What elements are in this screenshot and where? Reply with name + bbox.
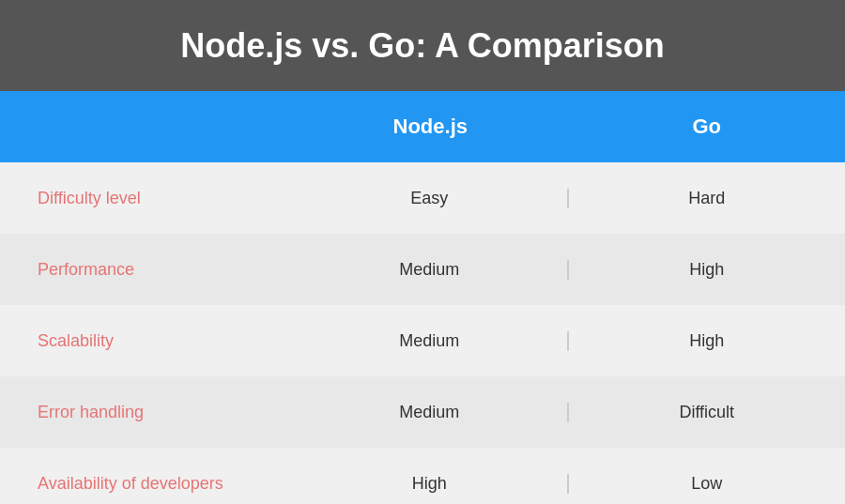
page-title: Node.js vs. Go: A Comparison	[180, 26, 664, 66]
table-row: Difficulty level Easy Hard	[0, 162, 845, 234]
row-value-error-handling-node: Medium	[292, 403, 569, 422]
row-value-availability-node: High	[292, 474, 569, 494]
header-col-nodejs: Node.js	[292, 115, 569, 139]
row-label-error-handling: Error handling	[0, 403, 292, 422]
row-value-error-handling-go: Difficult	[569, 403, 846, 422]
table-body: Difficulty level Easy Hard Performance M…	[0, 162, 845, 504]
table-row: Availability of developers High Low	[0, 448, 845, 504]
row-value-availability-go: Low	[569, 474, 846, 494]
row-value-performance-node: Medium	[292, 260, 569, 280]
row-label-scalability: Scalability	[0, 331, 292, 351]
row-value-difficulty-go: Hard	[569, 189, 846, 208]
row-value-difficulty-node: Easy	[292, 189, 569, 208]
row-value-performance-go: High	[569, 260, 846, 280]
table-row: Error handling Medium Difficult	[0, 376, 845, 448]
row-label-performance: Performance	[0, 260, 292, 280]
row-label-availability: Availability of developers	[0, 474, 292, 494]
row-value-scalability-go: High	[569, 331, 846, 351]
table-row: Performance Medium High	[0, 234, 845, 305]
table-header: Node.js Go	[0, 91, 845, 162]
header-col-go: Go	[569, 115, 846, 139]
page-header: Node.js vs. Go: A Comparison	[0, 0, 845, 91]
row-label-difficulty: Difficulty level	[0, 189, 292, 208]
table-row: Scalability Medium High	[0, 305, 845, 376]
row-value-scalability-node: Medium	[292, 331, 569, 351]
